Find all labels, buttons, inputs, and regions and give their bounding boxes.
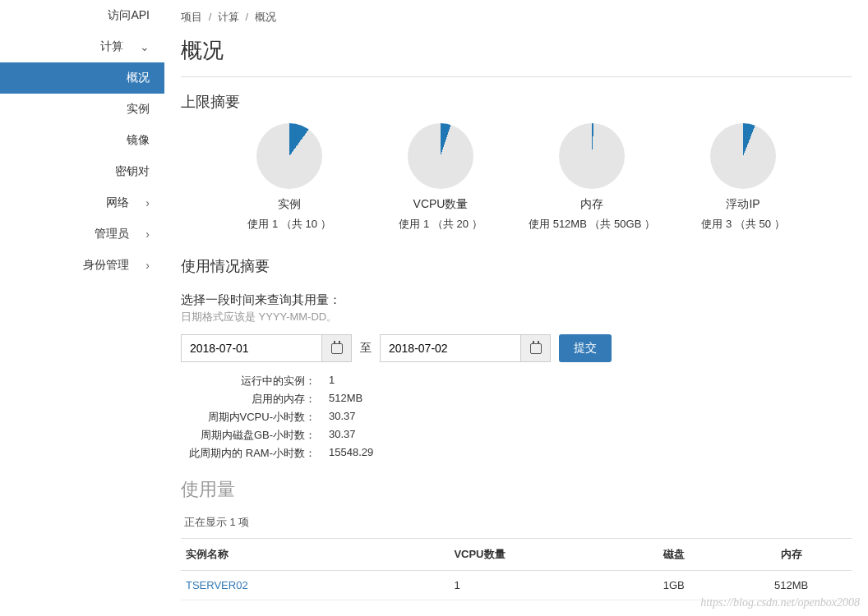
- stat-val: 1: [321, 374, 403, 388]
- usage-table: 实例名称 VCPU数量 磁盘 内存 TSERVER02 1 1GB 512MB: [181, 538, 852, 600]
- sidebar-item-label: 访问API: [108, 8, 150, 23]
- breadcrumb-sep: /: [209, 11, 212, 23]
- chart-sublabel: 使用 3 （共 50 ）: [701, 217, 784, 232]
- chevron-right-icon: ›: [145, 228, 150, 241]
- col-vcpus[interactable]: VCPU数量: [449, 539, 616, 571]
- date-row: 至 提交: [181, 334, 852, 362]
- col-ram[interactable]: 内存: [731, 539, 852, 571]
- pie-chart: [559, 123, 625, 189]
- chart-label: VCPU数量: [413, 197, 469, 212]
- chart-vcpus: VCPU数量 使用 1 （共 20 ）: [365, 123, 516, 232]
- stat-key: 周期内VCPU-小时数: [181, 410, 321, 425]
- pie-chart: [256, 123, 322, 189]
- sidebar-item-instances[interactable]: 实例: [0, 94, 164, 125]
- sidebar-item-compute[interactable]: 计算 ⌄: [0, 31, 164, 62]
- sidebar-item-overview[interactable]: 概况: [0, 62, 164, 94]
- sidebar-item-api[interactable]: 访问API: [0, 0, 164, 31]
- chart-ram: 内存 使用 512MB （共 50GB ）: [516, 123, 667, 232]
- limits-heading: 上限摘要: [181, 92, 852, 112]
- charts-row: 实例 使用 1 （共 10 ） VCPU数量 使用 1 （共 20 ） 内存 使…: [181, 123, 852, 232]
- chart-sublabel: 使用 1 （共 10 ）: [247, 217, 330, 232]
- sidebar-item-identity[interactable]: 身份管理 ›: [0, 250, 164, 281]
- calendar-icon[interactable]: [520, 335, 550, 361]
- col-name[interactable]: 实例名称: [181, 539, 449, 571]
- sidebar-item-images[interactable]: 镜像: [0, 125, 164, 156]
- chart-sublabel: 使用 512MB （共 50GB ）: [529, 217, 655, 232]
- divider: [181, 76, 852, 77]
- breadcrumb-item[interactable]: 计算: [218, 11, 239, 23]
- cell-vcpus: 1: [449, 571, 616, 600]
- table-row[interactable]: TSERVER02 1 1GB 512MB: [181, 571, 852, 600]
- date-to-input[interactable]: [381, 335, 520, 361]
- calendar-icon[interactable]: [321, 335, 351, 361]
- date-from-input[interactable]: [182, 335, 321, 361]
- chevron-right-icon: ›: [145, 259, 150, 272]
- pie-chart: [710, 123, 776, 189]
- breadcrumb-sep: /: [246, 11, 249, 23]
- stat-val: 30.37: [321, 428, 403, 443]
- chevron-right-icon: ›: [145, 196, 150, 209]
- sidebar-item-admin[interactable]: 管理员 ›: [0, 218, 164, 250]
- sidebar-item-label: 管理员: [95, 227, 129, 241]
- stats-block: 运行中的实例1 启用的内存512MB 周期内VCPU-小时数30.37 周期内磁…: [181, 374, 852, 461]
- submit-button[interactable]: 提交: [559, 334, 612, 362]
- stat-val: 15548.29: [321, 446, 403, 461]
- sidebar: 访问API 计算 ⌄ 概况 实例 镜像 密钥对 网络 › 管理员 › 身份管理 …: [0, 0, 164, 616]
- date-format-hint: 日期格式应该是 YYYY-MM-DD。: [181, 310, 852, 324]
- chevron-down-icon: ⌄: [140, 40, 150, 53]
- sidebar-item-label: 网络: [106, 195, 129, 210]
- sidebar-item-label: 实例: [127, 102, 150, 117]
- breadcrumb: 项目 / 计算 / 概况: [181, 0, 852, 31]
- pie-chart: [408, 123, 473, 189]
- chart-label: 浮动IP: [726, 197, 760, 212]
- sidebar-item-label: 密钥对: [115, 164, 150, 179]
- sidebar-item-network[interactable]: 网络 ›: [0, 187, 164, 218]
- sidebar-item-label: 计算: [100, 39, 123, 54]
- chart-instances: 实例 使用 1 （共 10 ）: [214, 123, 365, 232]
- stat-val: 30.37: [321, 410, 403, 425]
- sidebar-item-keypairs[interactable]: 密钥对: [0, 156, 164, 187]
- date-to-group: [380, 334, 551, 362]
- chart-label: 内存: [580, 197, 603, 212]
- chart-sublabel: 使用 1 （共 20 ）: [399, 217, 482, 232]
- date-from-group: [181, 334, 352, 362]
- stat-key: 此周期内的 RAM-小时数: [181, 446, 321, 461]
- stat-val: 512MB: [321, 392, 403, 407]
- main-content: 项目 / 计算 / 概况 概况 上限摘要 实例 使用 1 （共 10 ） VCP…: [164, 0, 868, 616]
- table-caption: 正在显示 1 项: [181, 515, 852, 530]
- date-to-label: 至: [360, 341, 372, 356]
- chart-label: 实例: [278, 197, 301, 212]
- cell-disk: 1GB: [616, 571, 731, 600]
- usage-summary-heading: 使用情况摘要: [181, 256, 852, 276]
- cell-ram: 512MB: [731, 571, 852, 600]
- sidebar-item-label: 镜像: [127, 133, 150, 148]
- table-header-row: 实例名称 VCPU数量 磁盘 内存: [181, 539, 852, 571]
- instance-link[interactable]: TSERVER02: [186, 579, 248, 591]
- stat-key: 运行中的实例: [181, 374, 321, 388]
- stat-key: 周期内磁盘GB-小时数: [181, 428, 321, 443]
- col-disk[interactable]: 磁盘: [616, 539, 731, 571]
- stat-key: 启用的内存: [181, 392, 321, 407]
- breadcrumb-item[interactable]: 项目: [181, 11, 202, 23]
- page-title: 概况: [181, 36, 852, 65]
- usage-title: 使用量: [181, 477, 852, 502]
- sidebar-item-label: 身份管理: [83, 258, 129, 273]
- breadcrumb-item: 概况: [255, 11, 276, 23]
- chart-floating-ip: 浮动IP 使用 3 （共 50 ）: [667, 123, 819, 232]
- sidebar-item-label: 概况: [127, 71, 150, 85]
- date-range-label: 选择一段时间来查询其用量：: [181, 292, 852, 308]
